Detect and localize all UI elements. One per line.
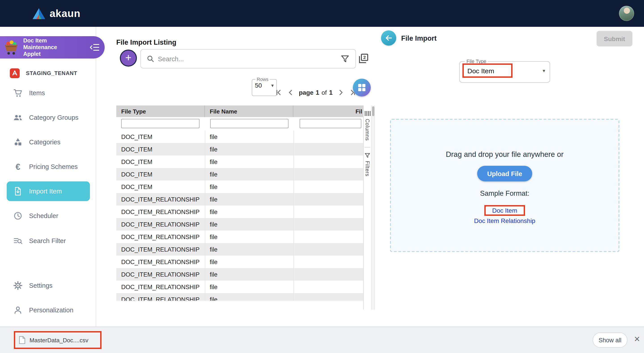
download-filename: MasterData_Doc....csv [30, 337, 88, 344]
cell-file-type: DOC_ITEM [116, 158, 205, 165]
cell-file-name: file [205, 146, 294, 153]
table-side-tabs: Columns Filters [363, 105, 372, 310]
filter-input-file-name[interactable] [210, 119, 288, 128]
sidebar-item-category-groups[interactable]: Category Groups [0, 108, 96, 127]
tab-columns-label: Columns [365, 119, 370, 141]
search-filter-icon [12, 236, 23, 246]
table-row[interactable]: DOC_ITEM_RELATIONSHIP file [116, 206, 363, 218]
tenant-icon [10, 68, 20, 78]
gear-icon [12, 281, 23, 291]
cell-file-name: file [205, 171, 294, 178]
sidebar-item-search-filter[interactable]: Search Filter [0, 231, 96, 251]
table-row[interactable]: DOC_ITEM_RELATIONSHIP file [116, 231, 363, 243]
table-row[interactable]: DOC_ITEM file [116, 168, 363, 181]
table-row[interactable]: DOC_ITEM_RELATIONSHIP file [116, 243, 363, 256]
cart-icon [12, 88, 23, 98]
columns-icon [364, 111, 370, 116]
grid-view-button[interactable] [353, 79, 371, 96]
logo-text: akaun [50, 7, 80, 19]
sidebar-item-import-item[interactable]: Import Item [7, 181, 90, 201]
sidebar-item-personalization[interactable]: Personalization [0, 300, 96, 320]
search-input[interactable] [158, 55, 341, 62]
back-button[interactable] [381, 30, 396, 45]
table-row[interactable]: DOC_ITEM_RELATIONSHIP file [116, 281, 363, 293]
file-type-value: Doc Item [467, 67, 494, 74]
cell-file-name: file [205, 234, 294, 240]
download-chip[interactable]: MasterData_Doc....csv [14, 331, 102, 349]
file-type-select[interactable]: File Type Doc Item ▾ [459, 58, 550, 83]
column-header-file-type[interactable]: File Type [116, 105, 205, 117]
file-dropzone[interactable]: Drag and drop your file anywhere or Uplo… [390, 119, 620, 252]
duplicate-view-icon[interactable]: 2 [358, 53, 370, 64]
table-row[interactable]: DOC_ITEM file [116, 130, 363, 143]
cell-file-type: DOC_ITEM_RELATIONSHIP [116, 234, 205, 240]
submit-button[interactable]: Submit [596, 31, 632, 46]
tab-columns[interactable]: Columns [364, 111, 370, 141]
cell-file-type: DOC_ITEM [116, 183, 205, 190]
tab-filters-label: Filters [365, 161, 370, 176]
sample-link-doc-item[interactable]: Doc Item [484, 205, 525, 216]
cell-file-name: file [205, 196, 294, 203]
tenant-selector[interactable]: STAGING_TENANT [10, 68, 77, 78]
sidebar-item-items[interactable]: Items [0, 83, 96, 103]
table-row[interactable]: DOC_ITEM file [116, 155, 363, 168]
sample-link-doc-item-relationship[interactable]: Doc Item Relationship [474, 217, 535, 224]
user-avatar[interactable] [619, 6, 634, 21]
applet-cart-icon [3, 39, 20, 56]
detail-title: File Import [401, 34, 436, 42]
sidebar-item-settings[interactable]: Settings [0, 276, 96, 295]
tab-filters[interactable]: Filters [364, 153, 370, 176]
sidebar-item-label: Search Filter [29, 237, 66, 244]
sidebar-item-pricing-schemes[interactable]: € Pricing Schemes [0, 157, 96, 176]
sidebar-item-categories[interactable]: Categories [0, 132, 96, 152]
table-row[interactable]: DOC_ITEM file [116, 181, 363, 193]
column-header-file-name[interactable]: File Name [205, 105, 294, 117]
sidebar-item-label: Personalization [29, 307, 73, 314]
prev-page-button[interactable] [287, 89, 294, 96]
cell-file-type: DOC_ITEM_RELATIONSHIP [116, 259, 205, 265]
close-icon[interactable]: × [634, 333, 640, 346]
upload-file-button[interactable]: Upload File [478, 166, 532, 181]
show-all-button[interactable]: Show all [592, 333, 628, 348]
filter-input-file-type[interactable] [121, 119, 200, 128]
plus-icon: + [125, 52, 132, 63]
table-row[interactable]: DOC_ITEM_RELATIONSHIP file [116, 193, 363, 206]
sidebar-item-scheduler[interactable]: Scheduler [0, 206, 96, 226]
table-header-row: File Type File Name Fil [116, 105, 363, 117]
column-header-truncated[interactable]: Fil [294, 105, 363, 117]
sidebar-item-label: Settings [29, 282, 52, 289]
next-page-button[interactable] [337, 89, 344, 96]
csv-file-icon [19, 336, 26, 344]
sidebar-item-label: Import Item [29, 188, 62, 195]
cell-file-name: file [205, 296, 294, 301]
scrollbar-thumb[interactable] [372, 106, 374, 116]
table-row[interactable]: DOC_ITEM_RELATIONSHIP file [116, 256, 363, 268]
top-navbar: akaun [0, 0, 644, 27]
divider [364, 147, 370, 147]
collapse-sidebar-icon[interactable] [90, 43, 100, 51]
cell-file-type: DOC_ITEM [116, 133, 205, 140]
download-bar: MasterData_Doc....csv Show all × [0, 327, 644, 353]
page-title: File Import Listing [116, 38, 176, 46]
search-box [140, 49, 356, 68]
table-row[interactable]: DOC_ITEM_RELATIONSHIP file [116, 218, 363, 231]
cell-file-type: DOC_ITEM_RELATIONSHIP [116, 196, 205, 203]
people-icon [12, 113, 23, 122]
cell-file-type: DOC_ITEM [116, 146, 205, 153]
first-page-button[interactable] [276, 89, 283, 96]
rows-per-page-select[interactable]: Rows 50 ▾ [252, 76, 277, 96]
filter-input-extra[interactable] [300, 119, 361, 128]
table-row[interactable]: DOC_ITEM_RELATIONSHIP file [116, 268, 363, 281]
rows-label: Rows [255, 76, 270, 82]
sidebar-item-label: Categories [29, 138, 60, 146]
cell-file-type: DOC_ITEM_RELATIONSHIP [116, 221, 205, 228]
cell-file-type: DOC_ITEM_RELATIONSHIP [116, 271, 205, 278]
table-scrollbar[interactable] [372, 105, 375, 310]
akaun-triangle-icon [32, 7, 46, 19]
add-button[interactable]: + [120, 50, 137, 67]
akaun-logo[interactable]: akaun [32, 7, 80, 19]
filter-icon[interactable] [341, 55, 349, 63]
sidebar-item-label: Pricing Schemes [29, 163, 78, 170]
table-row[interactable]: DOC_ITEM file [116, 143, 363, 155]
table-row[interactable]: DOC_ITEM_RELATIONSHIP file [116, 293, 363, 301]
